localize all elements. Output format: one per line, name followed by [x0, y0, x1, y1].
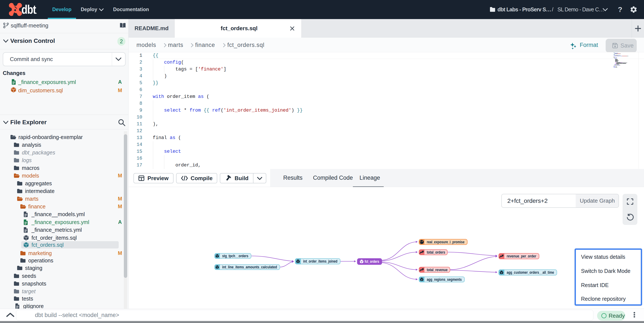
svg-text:int_line_items_amounts_calcula: int_line_items_amounts_calculated: [222, 265, 277, 269]
svg-text:agg_regions_segments: agg_regions_segments: [427, 278, 462, 282]
svg-text:total_orders: total_orders: [427, 250, 445, 254]
svg-text:total_revenue: total_revenue: [427, 268, 448, 272]
svg-text:fct_orders: fct_orders: [365, 260, 379, 264]
svg-text:real_exposure_i_promise: real_exposure_i_promise: [427, 240, 464, 244]
svg-text:agg_customer_orders__all_time: agg_customer_orders__all_time: [507, 270, 554, 274]
svg-text:revenue_per_order: revenue_per_order: [507, 254, 536, 258]
svg-text:int_order_items_joined: int_order_items_joined: [303, 259, 338, 264]
svg-text:stg_tpch__orders: stg_tpch__orders: [222, 254, 248, 258]
